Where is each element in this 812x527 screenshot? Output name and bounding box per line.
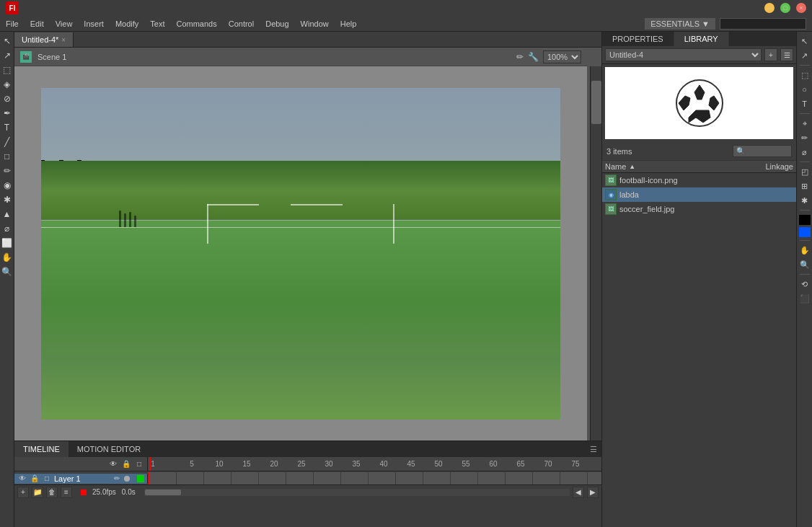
new-layer-button[interactable]: +: [17, 487, 29, 498]
rtool-spray[interactable]: ✱: [798, 194, 811, 207]
menu-text[interactable]: Text: [144, 16, 170, 31]
items-count-label: 3 items: [606, 147, 632, 156]
free-transform-tool[interactable]: ⬚: [1, 63, 14, 76]
menu-control[interactable]: Control: [223, 16, 260, 31]
essentials-button[interactable]: ESSENTIALS ▼: [645, 18, 715, 30]
menu-insert[interactable]: Insert: [78, 16, 110, 31]
sort-asc-icon[interactable]: ▲: [629, 163, 635, 170]
library-items-count: 3 items 🔍: [602, 142, 796, 161]
library-item-labda[interactable]: ◉ labda: [602, 187, 796, 202]
frame-marker: [81, 490, 87, 495]
library-select[interactable]: Untitled-4: [605, 48, 762, 61]
library-item-soccer-field[interactable]: 🖼 soccer_field.jpg: [602, 202, 796, 216]
eyedropper-tool[interactable]: ⌀: [1, 222, 14, 235]
document-tabs: Untitled-4* ×: [14, 32, 601, 48]
timeline-scroll-thumb[interactable]: [145, 490, 181, 495]
eraser-tool[interactable]: ⬜: [1, 236, 14, 249]
menu-modify[interactable]: Modify: [110, 16, 144, 31]
subselect-tool[interactable]: ↗: [1, 49, 14, 62]
tab-timeline[interactable]: TIMELINE: [14, 441, 69, 457]
library-properties-button[interactable]: ☰: [780, 48, 793, 61]
rtool-circle[interactable]: ○: [798, 83, 811, 96]
layer-eye-icon[interactable]: 👁: [17, 474, 27, 484]
menu-help[interactable]: Help: [335, 16, 363, 31]
vertical-scrollbar[interactable]: [590, 66, 601, 440]
library-search-input[interactable]: [745, 146, 788, 156]
canvas: [41, 88, 560, 420]
fps-display[interactable]: 25.0fps: [92, 488, 116, 496]
paint-bucket-tool[interactable]: ▲: [1, 208, 14, 221]
rtool-bucket[interactable]: ◰: [798, 165, 811, 178]
new-folder-button[interactable]: 📁: [32, 487, 43, 498]
search-input[interactable]: [720, 18, 806, 30]
close-button[interactable]: ×: [796, 3, 806, 13]
rtool-select[interactable]: ↖: [798, 35, 811, 48]
lock-icon[interactable]: 🔒: [121, 459, 131, 469]
pen-tool[interactable]: ✒: [1, 107, 14, 120]
rtool-text[interactable]: T: [798, 97, 811, 110]
rtool-dropper[interactable]: ⊞: [798, 180, 811, 192]
rtool-fill-color[interactable]: [799, 227, 811, 237]
rtool-stroke-color[interactable]: [799, 215, 811, 225]
text-tool[interactable]: T: [1, 121, 14, 134]
rtool-zoom[interactable]: 🔍: [798, 258, 811, 271]
library-item-icon-football: 🖼: [605, 174, 617, 186]
rtool-morph[interactable]: ⬛: [798, 292, 811, 305]
minimize-button[interactable]: –: [764, 3, 775, 13]
library-item-football[interactable]: 🖼 football-icon.png: [602, 173, 796, 187]
snapping-icon[interactable]: 🔧: [528, 52, 539, 62]
rtool-hand[interactable]: ✋: [798, 244, 811, 257]
rtool-pencil[interactable]: ✏: [798, 131, 811, 144]
bottom-panel: TIMELINE MOTION EDITOR ☰ 👁 🔒 □: [14, 440, 601, 527]
rtool-snap[interactable]: ⌖: [798, 117, 811, 130]
layer-edit-icon[interactable]: ✏: [112, 474, 122, 484]
pencil-tool[interactable]: ✏: [1, 164, 14, 177]
timeline-menu-button[interactable]: ☰: [586, 445, 601, 454]
frame-cells-bg[interactable]: [149, 472, 601, 484]
rtool-separator-1: [800, 65, 810, 66]
solo-layer-button[interactable]: ≡: [61, 487, 72, 498]
vertical-scroll-thumb[interactable]: [591, 81, 601, 124]
menu-debug[interactable]: Debug: [260, 16, 294, 31]
delete-layer-button[interactable]: 🗑: [46, 487, 58, 498]
lasso-tool[interactable]: ⊘: [1, 92, 14, 105]
scroll-left-button[interactable]: ◀: [573, 487, 584, 498]
zoom-tool[interactable]: 🔍: [1, 265, 14, 278]
tab-library[interactable]: LIBRARY: [674, 32, 729, 46]
doc-tab-untitled4[interactable]: Untitled-4* ×: [14, 32, 74, 47]
menu-file[interactable]: File: [0, 16, 25, 31]
line-tool[interactable]: ╱: [1, 136, 14, 149]
rtool-separator-6: [800, 274, 810, 275]
zoom-select[interactable]: 100%: [543, 50, 581, 63]
eye-icon[interactable]: 👁: [108, 459, 118, 469]
left-toolbar: ↖ ↗ ⬚ ◈ ⊘ ✒ T ╱ □ ✏ ◉ ✱ ▲ ⌀ ⬜ ✋ 🔍: [0, 32, 14, 527]
maximize-button[interactable]: □: [780, 3, 790, 13]
menu-window[interactable]: Window: [295, 16, 335, 31]
menu-view[interactable]: View: [50, 16, 79, 31]
outline-icon[interactable]: □: [134, 459, 144, 469]
selection-tool[interactable]: ↖: [1, 35, 14, 48]
rtool-outline[interactable]: ⬚: [798, 68, 811, 81]
edit-icon[interactable]: ✏: [516, 52, 524, 62]
canvas-wrapper[interactable]: [14, 66, 587, 440]
scroll-right-button[interactable]: ▶: [587, 487, 599, 498]
layer-lock-icon[interactable]: 🔒: [30, 474, 40, 484]
library-new-symbol-button[interactable]: +: [764, 48, 777, 61]
doc-tab-close[interactable]: ×: [61, 36, 66, 44]
rtool-rotate[interactable]: ⟲: [798, 278, 811, 291]
spray-tool[interactable]: ✱: [1, 193, 14, 206]
playhead[interactable]: [149, 457, 151, 471]
doc-tab-label: Untitled-4*: [22, 35, 58, 44]
menu-commands[interactable]: Commands: [170, 16, 222, 31]
gradient-tool[interactable]: ◈: [1, 78, 14, 91]
tab-motion-editor[interactable]: MOTION EDITOR: [69, 441, 149, 457]
rtool-erase[interactable]: ⌀: [798, 146, 811, 159]
timeline-horizontal-scrollbar[interactable]: [144, 489, 570, 496]
rtool-subselect[interactable]: ↗: [798, 49, 811, 62]
brush-tool[interactable]: ◉: [1, 179, 14, 192]
hand-tool[interactable]: ✋: [1, 251, 14, 264]
rectangle-tool[interactable]: □: [1, 150, 14, 163]
tab-properties[interactable]: PROPERTIES: [602, 32, 674, 46]
menu-edit[interactable]: Edit: [25, 16, 50, 31]
layer-outline-icon[interactable]: □: [42, 474, 52, 484]
